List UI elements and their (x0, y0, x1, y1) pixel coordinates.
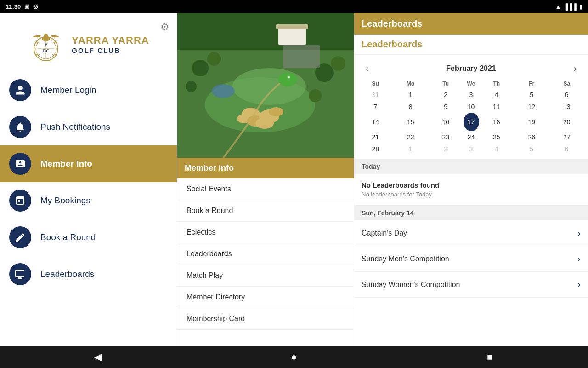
calendar-day-23[interactable]: 23 (428, 131, 464, 143)
cal-header-mo: Mo (393, 79, 429, 89)
time-display: 11:30 (6, 3, 21, 10)
calendar-day-15[interactable]: 15 (393, 113, 429, 131)
svg-point-20 (192, 60, 209, 76)
right-panel-page-title: Leaderboards (354, 34, 588, 55)
calendar-day-4[interactable]: 4 (479, 89, 514, 101)
calendar-day-20[interactable]: 20 (549, 113, 585, 131)
sidebar-item-label-my-bookings: My Bookings (40, 196, 90, 206)
event-sunday-womens[interactable]: Sunday Women's Competition › (354, 272, 588, 298)
bell-icon (9, 116, 31, 138)
calendar-day-18[interactable]: 18 (479, 113, 514, 131)
middle-section-header-label: Member Info (185, 163, 234, 172)
sidebar-item-my-bookings[interactable]: My Bookings (0, 182, 177, 219)
event-captains-day[interactable]: Captain's Day › (354, 220, 588, 246)
sidebar-item-label-book-a-round: Book a Round (40, 232, 96, 242)
sidebar-item-label-leaderboards: Leaderboards (40, 269, 94, 279)
calendar-day-5[interactable]: 5 (514, 89, 549, 101)
calendar-day-14[interactable]: 14 (358, 113, 393, 131)
middle-section-header: Member Info (177, 158, 354, 178)
svg-point-23 (331, 56, 345, 71)
calendar-icon (9, 190, 31, 212)
middle-menu-item-leaderboards[interactable]: Leaderboards (177, 243, 354, 265)
sidebar-item-book-a-round[interactable]: Book a Round (0, 219, 177, 256)
sidebar: ⚙ (0, 13, 177, 368)
svg-point-21 (207, 52, 221, 66)
calendar-month-label: February 2021 (446, 64, 496, 73)
cal-header-tu: Tu (428, 79, 464, 89)
calendar-day-19[interactable]: 19 (514, 113, 549, 131)
date-section-header: Sun, February 14 (354, 206, 588, 220)
wifi-icon: ▲ (555, 3, 561, 10)
status-bar: 11:30 ▣ ◎ ▲ ▐▐▐ ▮ (0, 0, 588, 13)
calendar-prev-button[interactable]: ‹ (360, 61, 374, 76)
golf-aerial-svg (177, 13, 354, 158)
sidebar-item-member-login[interactable]: Member Login (0, 72, 177, 109)
calendar-day-24[interactable]: 24 (464, 131, 479, 143)
events-section: Today No Leaderboards found No leaderboa… (354, 159, 588, 298)
sidebar-item-member-info[interactable]: Member Info (0, 145, 177, 182)
id-card-icon (9, 153, 31, 175)
calendar-day-27[interactable]: 27 (549, 131, 585, 143)
middle-menu-item-book-round[interactable]: Book a Round (177, 200, 354, 222)
middle-menu-item-eclectics[interactable]: Eclectics (177, 222, 354, 243)
calendar-day-31[interactable]: 31 (358, 89, 393, 101)
calendar-day-7[interactable]: 7 (358, 101, 393, 113)
calendar-day-3[interactable]: 3 (464, 143, 479, 155)
right-panel-header: Leaderboards (354, 13, 588, 34)
svg-rect-17 (276, 24, 308, 29)
calendar-day-2[interactable]: 2 (428, 89, 464, 101)
gear-icon[interactable]: ⚙ (160, 21, 170, 33)
sidebar-item-label-member-login: Member Login (40, 85, 96, 95)
middle-menu-item-member-directory[interactable]: Member Directory (177, 287, 354, 308)
club-name-line1: YARRA YARRA (72, 34, 149, 46)
calendar-day-16[interactable]: 16 (428, 113, 464, 131)
calendar-day-5[interactable]: 5 (514, 143, 549, 155)
calendar-day-9[interactable]: 9 (428, 101, 464, 113)
chevron-right-icon-sunday-womens: › (577, 279, 581, 290)
middle-menu-item-match-play[interactable]: Match Play (177, 265, 354, 287)
right-panel: Leaderboards Leaderboards ‹ February 202… (354, 13, 588, 368)
nav-back-button[interactable]: ◀ (84, 346, 112, 368)
calendar-day-21[interactable]: 21 (358, 131, 393, 143)
calendar-day-12[interactable]: 12 (514, 101, 549, 113)
calendar-day-26[interactable]: 26 (514, 131, 549, 143)
calendar-day-22[interactable]: 22 (393, 131, 429, 143)
calendar-day-1[interactable]: 1 (393, 89, 429, 101)
calendar-day-28[interactable]: 28 (358, 143, 393, 155)
nav-recents-button[interactable]: ■ (476, 346, 504, 368)
calendar-next-button[interactable]: › (568, 61, 582, 76)
calendar-day-10[interactable]: 10 (464, 101, 479, 113)
calendar-day-6[interactable]: 6 (549, 143, 585, 155)
svg-rect-26 (283, 45, 320, 68)
right-panel-page-title-text: Leaderboards (362, 39, 422, 49)
logo-area: Y GC YARRA YARRA GOLF CLUB (28, 21, 149, 67)
calendar-day-3[interactable]: 3 (464, 89, 479, 101)
calendar-day-11[interactable]: 11 (479, 101, 514, 113)
calendar-day-25[interactable]: 25 (479, 131, 514, 143)
calendar-day-4[interactable]: 4 (479, 143, 514, 155)
signal-icon: ▐▐▐ (564, 3, 577, 10)
calendar-grid: Su Mo Tu We Th Fr Sa 3112345678910111213… (358, 79, 584, 155)
calendar-day-13[interactable]: 13 (549, 101, 585, 113)
svg-point-13 (269, 107, 283, 116)
cal-header-th: Th (479, 79, 514, 89)
svg-point-24 (186, 81, 197, 92)
svg-point-19 (288, 76, 290, 78)
sidebar-item-push-notifications[interactable]: Push Notifications (0, 109, 177, 145)
calendar-day-2[interactable]: 2 (428, 143, 464, 155)
sidebar-item-leaderboards[interactable]: Leaderboards (0, 256, 177, 293)
middle-menu-item-social-events[interactable]: Social Events (177, 178, 354, 200)
cal-header-we: We (464, 79, 479, 89)
event-title-captains-day: Captain's Day (362, 229, 407, 237)
club-name: YARRA YARRA GOLF CLUB (72, 34, 149, 54)
middle-menu-item-membership-card[interactable]: Membership Card (177, 308, 354, 330)
cal-header-sa: Sa (549, 79, 585, 89)
middle-menu: Social Events Book a Round Eclectics Lea… (177, 178, 354, 330)
calendar-day-6[interactable]: 6 (549, 89, 585, 101)
person-icon (9, 79, 31, 101)
calendar-day-17[interactable]: 17 (464, 113, 479, 131)
calendar-day-8[interactable]: 8 (393, 101, 429, 113)
calendar-day-1[interactable]: 1 (393, 143, 429, 155)
nav-home-button[interactable]: ● (280, 346, 308, 368)
event-sunday-mens[interactable]: Sunday Men's Competition › (354, 246, 588, 272)
